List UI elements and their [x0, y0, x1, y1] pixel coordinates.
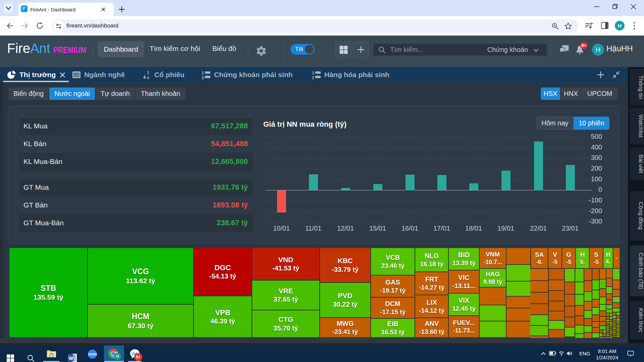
- svg-text:2: 2: [312, 75, 314, 79]
- svg-text:1: 1: [312, 70, 314, 75]
- svg-text:1: 1: [147, 70, 149, 75]
- svg-text:W: W: [69, 356, 73, 361]
- svg-text:2: 2: [202, 75, 204, 79]
- svg-text:9: 9: [147, 76, 149, 79]
- svg-text:1: 1: [202, 70, 204, 75]
